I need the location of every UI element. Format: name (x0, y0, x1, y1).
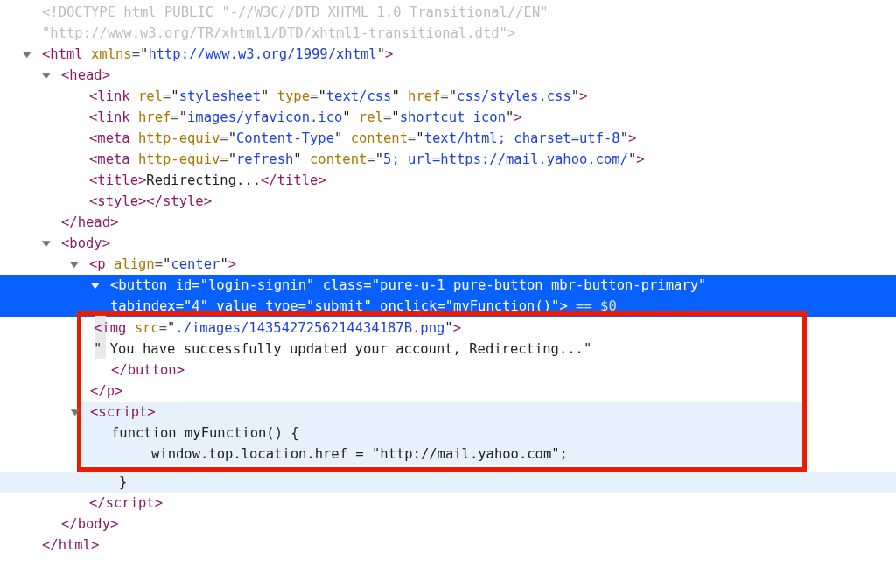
link-favicon[interactable]: <link href="images/yfavicon.ico" rel="sh… (0, 107, 896, 128)
code-view[interactable]: <!DOCTYPE html PUBLIC "-//W3C//DTD XHTML… (0, 2, 896, 556)
head-close[interactable]: </head> (0, 212, 896, 233)
toggle-icon[interactable] (42, 73, 51, 79)
toggle-icon[interactable] (23, 52, 32, 58)
html-open[interactable]: <html xmlns="http://www.w3.org/1999/xhtm… (0, 44, 896, 65)
body-close[interactable]: </body> (0, 514, 896, 535)
meta-refresh[interactable]: <meta http-equiv="refresh" content="5; u… (0, 149, 896, 170)
toggle-icon[interactable] (91, 283, 100, 289)
button-text-node[interactable]: " You have successfully updated your acc… (81, 339, 802, 360)
selected-element[interactable]: <button id="login-signin" class="pure-u-… (0, 275, 896, 317)
body-open[interactable]: <body> (0, 233, 896, 254)
head-open[interactable]: <head> (0, 65, 896, 86)
img-element[interactable]: <img src="./images/1435427256214434187B.… (81, 318, 802, 339)
doctype-line-2[interactable]: "http://www.w3.org/TR/xhtml1/DTD/xhtml1-… (0, 23, 896, 44)
link-stylesheet[interactable]: <link rel="stylesheet" type="text/css" h… (0, 86, 896, 107)
p-close[interactable]: </p> (81, 381, 802, 402)
doctype-line-1[interactable]: <!DOCTYPE html PUBLIC "-//W3C//DTD XHTML… (0, 2, 896, 23)
toggle-icon[interactable] (70, 262, 79, 268)
button-close[interactable]: </button> (81, 360, 802, 381)
meta-content-type[interactable]: <meta http-equiv="Content-Type" content=… (0, 128, 896, 149)
p-open[interactable]: <p align="center"> (0, 254, 896, 275)
highlighted-region: <img src="./images/1435427256214434187B.… (77, 312, 807, 472)
script-open[interactable]: <script> (81, 402, 802, 423)
script-content[interactable]: function myFunction() { window.top.locat… (81, 423, 802, 465)
script-tail[interactable]: } (0, 472, 896, 493)
title-element[interactable]: <title>Redirecting...</title> (0, 170, 896, 191)
style-element[interactable]: <style></style> (0, 191, 896, 212)
toggle-icon[interactable] (71, 410, 80, 416)
toggle-icon[interactable] (42, 241, 51, 247)
html-close[interactable]: </html> (0, 535, 896, 556)
script-close[interactable]: </script> (0, 493, 896, 514)
